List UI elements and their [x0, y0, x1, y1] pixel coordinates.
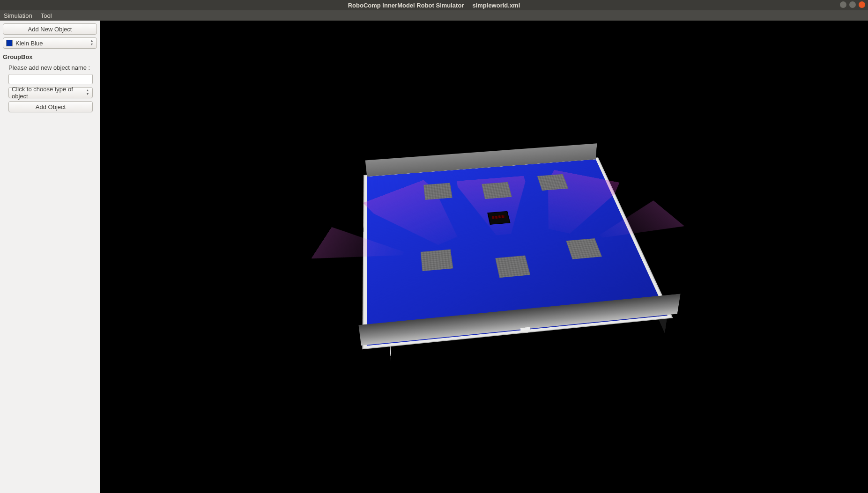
- color-combo-label: Klein Blue: [15, 40, 43, 47]
- color-combo[interactable]: Klein Blue ▲▼: [3, 37, 97, 49]
- obstacle-cube: [424, 199, 453, 216]
- object-name-input[interactable]: [8, 74, 93, 84]
- object-name-label: Please add new object name :: [8, 64, 97, 71]
- wall-north: [365, 143, 597, 177]
- titlebar: RoboComp InnerModel Robot Simulator simp…: [0, 0, 868, 10]
- laser-beam: [457, 176, 541, 238]
- title-file: simpleworld.xml: [472, 2, 520, 9]
- robot: [488, 224, 511, 238]
- add-new-object-button[interactable]: Add New Object: [3, 23, 97, 35]
- menu-tool[interactable]: Tool: [41, 12, 52, 19]
- chevron-updown-icon: ▲▼: [89, 39, 95, 46]
- color-swatch-icon: [6, 40, 13, 46]
- minimize-icon[interactable]: [840, 1, 846, 8]
- object-type-select-label: Click to choose type of object: [12, 86, 89, 100]
- scene-root: ▦ ▦: [368, 107, 631, 369]
- aruco-marker-west-icon: ▦: [364, 226, 364, 238]
- app-window: RoboComp InnerModel Robot Simulator simp…: [0, 0, 868, 493]
- object-type-select[interactable]: Click to choose type of object ▲▼: [8, 87, 93, 98]
- obstacle-cube: [482, 198, 512, 215]
- aruco-marker-south-icon: [520, 327, 530, 334]
- maximize-icon[interactable]: [849, 1, 856, 8]
- menu-simulation[interactable]: Simulation: [4, 12, 32, 19]
- chevron-updown-icon: ▲▼: [85, 88, 90, 96]
- title-app: RoboComp InnerModel Robot Simulator: [348, 2, 464, 9]
- content-area: Add New Object Klein Blue ▲▼ GroupBox Pl…: [0, 21, 868, 493]
- add-object-button[interactable]: Add Object: [8, 101, 93, 112]
- groupbox-title: GroupBox: [3, 53, 97, 60]
- sidebar-panel: Add New Object Klein Blue ▲▼ GroupBox Pl…: [0, 21, 100, 493]
- groupbox-body: Please add new object name : Click to ch…: [3, 63, 97, 112]
- window-controls: [840, 1, 865, 8]
- obstacle-cube: [537, 190, 568, 207]
- 3d-viewport[interactable]: ▦ ▦: [100, 21, 868, 493]
- world: ▦ ▦: [367, 159, 668, 346]
- laser-beam: [524, 170, 620, 239]
- menubar: Simulation Tool: [0, 10, 868, 21]
- aruco-marker-north-icon: ▦: [479, 162, 488, 170]
- close-icon[interactable]: [859, 1, 865, 8]
